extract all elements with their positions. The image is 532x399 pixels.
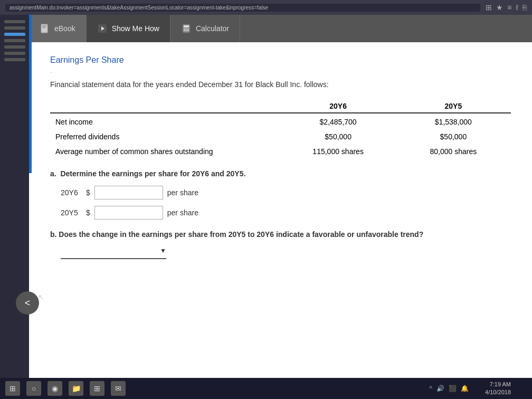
- ebook-label: eBook: [54, 24, 75, 33]
- sidebar-item-1: [4, 20, 25, 23]
- menu-icon[interactable]: ≡: [507, 3, 511, 12]
- svg-rect-11: [184, 30, 185, 31]
- financial-table: 20Y6 20Y5 Net income $2,485,700 $1,538,0…: [50, 100, 511, 159]
- table-row: Average number of common shares outstand…: [50, 144, 511, 159]
- input-row-y5: 20Y5 $ per share: [61, 206, 511, 220]
- table-row: Net income $2,485,700 $1,538,000: [50, 113, 511, 129]
- taskbar-icon-windows[interactable]: ⊞: [5, 381, 20, 396]
- sidebar-item-3: [4, 33, 25, 36]
- dollar-sign-y5: $: [86, 208, 90, 217]
- row2-y5: $50,000: [396, 129, 511, 144]
- per-share-y6: per share: [167, 188, 198, 197]
- question-a-section: a. Determine the earnings per share for …: [50, 169, 511, 220]
- taskbar-icon-mail[interactable]: ✉: [111, 381, 126, 396]
- taskbar-sound-icon: 🔔: [461, 385, 469, 392]
- url-bar[interactable]: assignmentMain.do:invoker=assignments&ta…: [5, 4, 480, 12]
- taskbar-clock: 7:19 AM: [485, 381, 511, 388]
- cursor-indicator: ↖: [38, 293, 44, 301]
- taskbar-icon-search[interactable]: ○: [26, 381, 41, 396]
- taskbar-icon-folder[interactable]: 📁: [69, 381, 83, 396]
- calculator-icon: [181, 23, 192, 34]
- sidebar-item-7: [4, 58, 25, 61]
- dollar-sign-y6: $: [86, 188, 90, 197]
- taskbar-icon-browser[interactable]: ◉: [48, 381, 62, 396]
- main-wrapper: eBook Show Me How: [0, 15, 532, 399]
- per-share-y5: per share: [167, 208, 198, 217]
- taskbar-icon-apps[interactable]: ⊞: [90, 381, 104, 396]
- svg-rect-12: [185, 30, 187, 31]
- taskbar-battery-icon: ⬛: [449, 385, 457, 392]
- svg-rect-8: [184, 28, 185, 30]
- tab-show-me-how[interactable]: Show Me How: [87, 15, 170, 42]
- table-header-y5: 20Y5: [396, 100, 511, 113]
- dropdown-row[interactable]: ▼: [61, 244, 166, 259]
- table-header-y6: 20Y6: [281, 100, 396, 113]
- question-a-label: a. Determine the earnings per share for …: [50, 169, 511, 178]
- table-row: Preferred dividends $50,000 $50,000: [50, 129, 511, 144]
- tabs-icon[interactable]: ⊞: [486, 3, 492, 12]
- trend-dropdown[interactable]: [61, 244, 160, 257]
- bookmark-icon[interactable]: ★: [496, 3, 503, 12]
- ebook-icon: [40, 23, 50, 34]
- svg-rect-13: [187, 30, 189, 31]
- year-label-y6: 20Y6: [61, 188, 82, 197]
- taskbar-volume-icon: 🔊: [436, 385, 444, 392]
- doc-subtitle: ˏ: [50, 68, 511, 73]
- row2-label: Preferred dividends: [50, 129, 281, 144]
- taskbar-wifi-icon: ^: [429, 385, 432, 392]
- row3-label: Average number of common shares outstand…: [50, 144, 281, 159]
- input-row-y6: 20Y6 $ per share: [61, 186, 511, 200]
- nav-tabs: eBook Show Me How: [29, 15, 532, 42]
- back-button[interactable]: <: [16, 291, 39, 315]
- browser-bar: assignmentMain.do:invoker=assignments&ta…: [0, 0, 532, 15]
- question-b-prefix: b. Does the change in the earnings per s…: [50, 230, 423, 239]
- question-a-prefix: a.: [50, 169, 56, 178]
- browser-icons: ⊞ ★ ≡ ℓ ⎘: [486, 3, 527, 12]
- show-me-how-label: Show Me How: [112, 24, 159, 33]
- show-me-how-icon: [97, 23, 108, 34]
- tab-ebook[interactable]: eBook: [29, 15, 87, 42]
- svg-rect-3: [42, 27, 45, 28]
- sidebar-item-6: [4, 52, 25, 55]
- document-area: Earnings Per Share ˏ Financial statement…: [29, 42, 532, 399]
- back-icon: <: [25, 298, 31, 309]
- taskbar: ⊞ ○ ◉ 📁 ⊞ ✉ ^ 🔊 ⬛ 🔔 7:19 AM 4/10/2018: [0, 378, 532, 399]
- doc-title: Earnings Per Share: [50, 55, 511, 65]
- taskbar-sys-icons: ^ 🔊 ⬛ 🔔: [429, 385, 469, 392]
- taskbar-date: 4/10/2018: [485, 388, 511, 396]
- question-b-section: b. Does the change in the earnings per s…: [50, 229, 511, 240]
- share-icon[interactable]: ⎘: [522, 3, 527, 12]
- row1-y5: $1,538,000: [396, 113, 511, 129]
- eps-input-y5[interactable]: [94, 206, 163, 220]
- row2-y6: $50,000: [281, 129, 396, 144]
- calculator-label: Calculator: [196, 24, 229, 33]
- year-label-y5: 20Y5: [61, 208, 82, 217]
- svg-rect-10: [187, 28, 189, 30]
- taskbar-time: 7:19 AM 4/10/2018: [485, 381, 511, 397]
- svg-rect-9: [185, 28, 187, 30]
- svg-rect-7: [184, 25, 189, 27]
- sidebar-item-4: [4, 39, 25, 42]
- row1-y6: $2,485,700: [281, 113, 396, 129]
- svg-rect-2: [42, 26, 46, 27]
- doc-description: Financial statement data for the years e…: [50, 79, 511, 90]
- blue-accent-bar: [29, 15, 32, 173]
- sidebar-item-2: [4, 26, 25, 30]
- row3-y5: 80,000 shares: [396, 144, 511, 159]
- row1-label: Net income: [50, 113, 281, 129]
- svg-rect-1: [42, 25, 46, 26]
- sidebar: [0, 15, 29, 399]
- sidebar-item-5: [4, 45, 25, 49]
- dropdown-arrow-icon[interactable]: ▼: [160, 247, 166, 254]
- question-a-text: Determine the earnings per share for 20Y…: [60, 169, 245, 178]
- profile-icon[interactable]: ℓ: [516, 3, 518, 12]
- table-header-empty: [50, 100, 281, 113]
- content-area: eBook Show Me How: [29, 15, 532, 399]
- tab-calculator[interactable]: Calculator: [170, 15, 240, 42]
- eps-input-y6[interactable]: [94, 186, 163, 200]
- row3-y6: 115,000 shares: [281, 144, 396, 159]
